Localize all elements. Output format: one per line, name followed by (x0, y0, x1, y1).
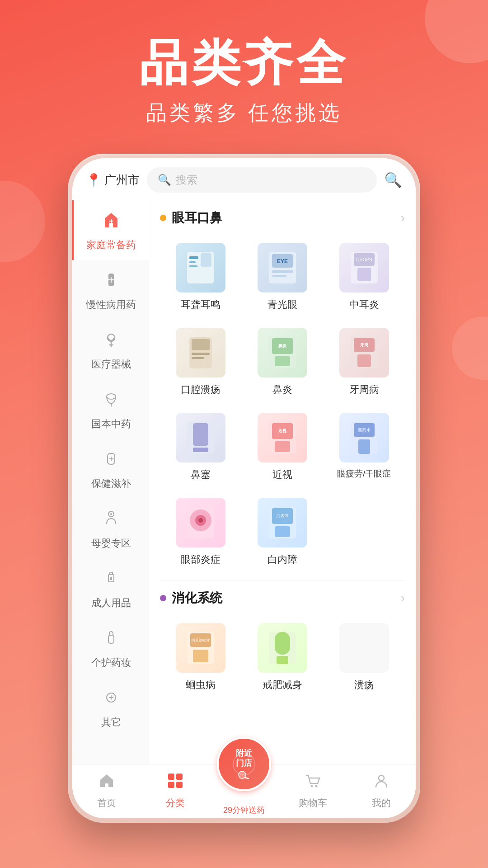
svg-rect-37 (193, 423, 208, 446)
sidebar-label-medical: 医疗器械 (91, 358, 131, 371)
nav-cart[interactable]: 购物车 (278, 772, 347, 809)
tcm-icon (101, 389, 121, 414)
svg-rect-18 (272, 270, 293, 273)
dot-orange (160, 215, 166, 221)
svg-text:眼药水: 眼药水 (358, 428, 370, 432)
maternal-icon (101, 509, 121, 533)
sidebar-item-other[interactable]: 其它 (72, 678, 149, 737)
search-icon: 🔍 (158, 174, 171, 186)
category-header-digestive: 消化系统 › (160, 590, 405, 607)
product-oral-ulcer[interactable]: 口腔溃疡 (160, 321, 242, 406)
svg-rect-27 (192, 357, 204, 359)
svg-point-66 (311, 785, 313, 788)
product-grid-eye-ear: 耳聋耳鸣 EYE (160, 236, 405, 576)
product-label-periodontal: 牙周病 (349, 383, 379, 396)
phone-inner: 📍 广州市 🔍 搜索 🔍 (72, 158, 416, 818)
svg-rect-25 (192, 339, 210, 350)
product-label-ulcer: 溃疡 (354, 678, 374, 692)
sidebar-item-chronic[interactable]: 慢性病用药 (72, 260, 149, 320)
sidebar-item-maternal[interactable]: 母婴专区 (72, 499, 149, 558)
product-eye-inflam[interactable]: 眼部炎症 (160, 491, 242, 576)
product-nasal-block[interactable]: 鼻塞 (160, 406, 242, 491)
app-bar: 📍 广州市 🔍 搜索 🔍 (72, 158, 416, 200)
product-ulcer[interactable]: 溃疡 (323, 616, 405, 701)
category-digestive: 消化系统 › (149, 580, 416, 705)
svg-rect-46 (358, 439, 370, 454)
svg-rect-19 (272, 275, 286, 277)
sidebar-item-home-medicine[interactable]: 家庭常备药 (72, 200, 149, 260)
product-slim[interactable]: 戒肥减身 (242, 616, 324, 701)
other-icon (101, 688, 121, 712)
product-img-cataract: 白内障 (258, 498, 307, 547)
medical-device-icon (101, 330, 121, 354)
sidebar-item-tcm[interactable]: 国本中药 (72, 379, 149, 439)
sidebar-label-health: 保健滋补 (91, 477, 131, 491)
svg-rect-63 (176, 774, 183, 780)
svg-rect-8 (108, 635, 114, 643)
category-header-eye-ear: 眼耳口鼻 › (160, 209, 405, 226)
search-bar[interactable]: 🔍 搜索 (147, 167, 377, 193)
svg-line-71 (245, 778, 249, 778)
product-img-slim (258, 623, 307, 673)
sidebar-label-cosmetics: 个护药妆 (91, 656, 131, 670)
product-glaucoma[interactable]: EYE 青光眼 (242, 236, 324, 321)
location-text: 广州市 (104, 172, 140, 188)
nav-mine[interactable]: 我的 (347, 772, 416, 809)
category-name-eye-ear: 眼耳口鼻 (172, 209, 222, 226)
product-img-ulcer (339, 623, 389, 673)
search-icon-right[interactable]: 🔍 (384, 171, 402, 189)
sidebar-item-health[interactable]: 保健滋补 (72, 439, 149, 499)
product-label-nasal-block: 鼻塞 (191, 468, 211, 481)
hero-subtitle: 品类繁多 任您挑选 (0, 99, 488, 127)
product-label-worms: 蛔虫病 (186, 678, 216, 692)
sidebar-item-cosmetics[interactable]: 个护药妆 (72, 618, 149, 678)
chevron-eye-ear[interactable]: › (401, 211, 405, 225)
svg-text:牙周: 牙周 (360, 343, 368, 347)
product-img-eye-tired: 眼药水 (339, 413, 389, 462)
nav-category[interactable]: 分类 (141, 772, 210, 809)
svg-text:近视: 近视 (278, 429, 287, 433)
deco-circle-left (0, 181, 45, 262)
category-name-digestive: 消化系统 (172, 590, 222, 607)
category-title-digestive: 消化系统 (160, 590, 222, 607)
floating-sub-label: 29分钟送药 (223, 805, 265, 816)
product-rhinitis[interactable]: 鼻炎 鼻炎 (242, 321, 324, 406)
product-otitis[interactable]: DROPS 中耳炎 (323, 236, 405, 321)
sidebar-label-other: 其它 (101, 716, 121, 729)
product-img-nasal-block (176, 413, 225, 462)
nav-category-icon (166, 772, 184, 794)
location-button[interactable]: 📍 广州市 (86, 172, 140, 188)
svg-rect-23 (357, 268, 371, 281)
nav-cart-icon (304, 772, 322, 794)
svg-rect-11 (189, 256, 198, 259)
product-img-eye-inflam (176, 498, 225, 547)
product-img-periodontal: 牙周 (339, 328, 389, 377)
product-img-oral-ulcer (176, 328, 225, 377)
product-img-glaucoma: EYE (258, 243, 307, 292)
product-grid-digestive: 阿苯达唑片 蛔虫病 (160, 616, 405, 701)
svg-rect-64 (168, 782, 174, 788)
sidebar-item-adult[interactable]: 成人用品 (72, 558, 149, 618)
sidebar-item-medical-device[interactable]: 医疗器械 (72, 320, 149, 379)
floating-nearby-button[interactable]: 附近门店 (217, 737, 271, 791)
product-periodontal[interactable]: 牙周 牙周病 (323, 321, 405, 406)
svg-point-5 (110, 513, 112, 515)
bottom-nav: 首页 分类 ○ 附近门店 (72, 764, 416, 818)
product-ear-tinnitus[interactable]: 耳聋耳鸣 (160, 236, 242, 321)
sidebar: 家庭常备药 慢性病用药 (72, 200, 149, 764)
category-eye-ear: 眼耳口鼻 › (149, 200, 416, 580)
content-area: 眼耳口鼻 › (149, 200, 416, 764)
product-eye-tired[interactable]: 眼药水 眼疲劳/干眼症 (323, 406, 405, 491)
svg-rect-42 (275, 441, 290, 452)
home-medicine-icon (101, 210, 121, 235)
product-myopia[interactable]: 近视 近视 (242, 406, 324, 491)
health-icon (101, 449, 121, 473)
product-cataract[interactable]: 白内障 白内障 (242, 491, 324, 576)
chevron-digestive[interactable]: › (401, 591, 405, 605)
product-img-myopia: 近视 (258, 413, 307, 462)
svg-rect-13 (189, 265, 197, 267)
nav-home[interactable]: 首页 (72, 772, 141, 809)
hero-section: 品类齐全 品类繁多 任您挑选 (0, 0, 488, 154)
product-worms[interactable]: 阿苯达唑片 蛔虫病 (160, 616, 242, 701)
deco-circle-right (452, 316, 488, 380)
